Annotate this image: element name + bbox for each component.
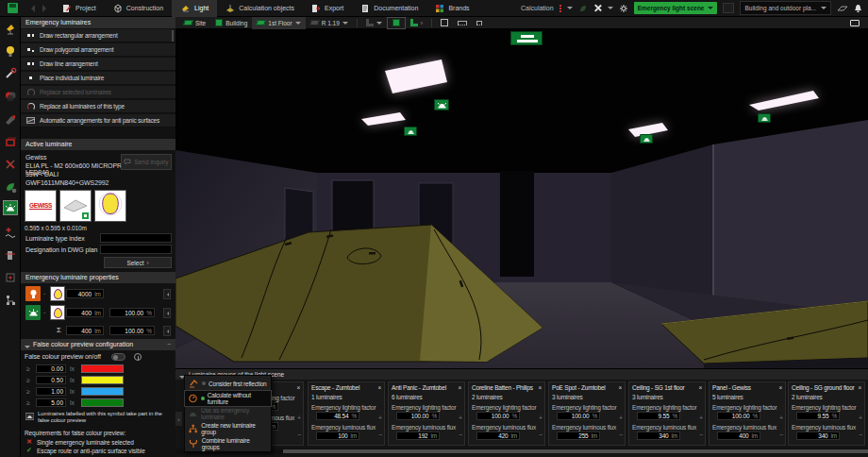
send-inquiry-button[interactable]: Send inquiry <box>121 154 172 170</box>
false-colour-toggle[interactable] <box>111 353 125 361</box>
close-group-button[interactable]: × <box>618 384 622 391</box>
tools-scrollbar[interactable] <box>172 30 174 42</box>
luminaire-badge[interactable] <box>640 134 653 144</box>
tool-draw-line[interactable]: Draw line arrangement <box>21 58 175 71</box>
info-icon[interactable] <box>134 353 142 361</box>
panel-collapse-button[interactable]: ‹ <box>175 412 182 426</box>
cancel-dropdown-caret[interactable] <box>608 7 613 12</box>
tools-icon[interactable] <box>3 157 18 172</box>
mains-row-stepper[interactable] <box>163 289 171 299</box>
factor-input[interactable]: 100.00% <box>717 412 760 420</box>
flux-input[interactable]: 400lm <box>717 432 760 440</box>
group-card[interactable]: PoE Spot - Zumtobel× 3 luminaires Emerge… <box>548 381 626 446</box>
factor-input[interactable]: 9.55% <box>637 412 680 420</box>
solid-view-button[interactable] <box>387 17 406 29</box>
surface-icon[interactable] <box>837 5 848 12</box>
replace-arrangement-icon[interactable] <box>3 225 18 240</box>
focus-frame-button[interactable] <box>436 17 453 29</box>
flux-decrease-button[interactable]: − <box>699 432 703 438</box>
flux-input[interactable]: 255lm <box>557 432 600 440</box>
flux-increase-button[interactable]: + <box>459 415 462 421</box>
energy-leaf-icon[interactable] <box>3 179 18 195</box>
type-index-input[interactable] <box>100 233 172 243</box>
flux-increase-button[interactable]: + <box>619 415 623 421</box>
flux-input[interactable]: 192lm <box>396 432 440 440</box>
close-group-button[interactable]: × <box>538 384 542 391</box>
factor-input[interactable]: 9.55% <box>796 412 840 420</box>
threshold-input-3[interactable]: 5.00 <box>36 398 66 407</box>
emergency-polar-thumbnail[interactable] <box>50 305 65 320</box>
close-group-button[interactable]: × <box>778 384 782 391</box>
mode-selector[interactable]: Building and outdoor pla... <box>740 1 831 15</box>
group-card[interactable]: Ceiling - SG ground floor× 2 luminaires … <box>788 381 865 446</box>
display-button[interactable] <box>845 17 864 29</box>
flux-input[interactable]: 340lm <box>796 432 840 440</box>
tool-draw-rectangular[interactable]: Draw rectangular arrangement <box>21 29 175 42</box>
3d-viewport[interactable] <box>175 29 868 368</box>
calc-frame-icon[interactable] <box>3 270 18 285</box>
luminaire-badge[interactable] <box>758 113 771 123</box>
threshold-input-0[interactable]: 0.00 <box>36 364 66 373</box>
sum-flux-input[interactable]: 400lm <box>66 326 104 335</box>
tab-construction[interactable]: Construction <box>105 0 172 17</box>
luminaire-logo-thumbnail[interactable]: GEWISS <box>25 190 57 222</box>
sum-factor-input[interactable]: 100.00% <box>109 326 155 335</box>
flux-input[interactable]: 340lm <box>637 432 680 440</box>
flux-increase-button[interactable]: + <box>297 415 301 421</box>
measure-button[interactable] <box>453 17 472 29</box>
flux-input[interactable]: 100lm <box>316 432 359 440</box>
mains-polar-thumbnail[interactable] <box>50 286 65 301</box>
cancel-calculation-icon[interactable] <box>593 4 602 12</box>
factor-input[interactable]: 100.00% <box>476 412 520 420</box>
threshold-input-1[interactable]: 0.50 <box>36 376 66 384</box>
undo-icon[interactable] <box>27 5 35 12</box>
bulb-icon[interactable] <box>3 43 18 59</box>
projector-icon[interactable] <box>3 111 18 127</box>
room-selector[interactable]: R 1.19 <box>306 17 353 29</box>
exit-sign[interactable] <box>510 31 542 45</box>
close-group-button[interactable]: × <box>377 384 381 391</box>
flux-increase-button[interactable]: + <box>859 415 862 421</box>
mains-flux-input[interactable]: 4000lm <box>66 289 104 298</box>
flux-decrease-button[interactable]: − <box>378 432 382 438</box>
menu-create-new-luminaire-group[interactable]: Create new luminaire group <box>185 421 271 436</box>
sum-row-stepper[interactable] <box>163 326 171 336</box>
desk-lamp-icon[interactable] <box>3 21 18 36</box>
tool-auto-anti-panic[interactable]: Automatic arrangements for anti panic su… <box>21 114 175 127</box>
column-icon[interactable] <box>3 247 18 262</box>
select-luminaire-button[interactable]: Select › <box>104 257 172 268</box>
flux-increase-button[interactable]: + <box>378 415 382 421</box>
tab-project[interactable]: Project <box>54 0 105 17</box>
groups-panel-header[interactable]: Luminaire groups of the light scene <box>175 369 868 380</box>
emergency-luminaires-icon[interactable] <box>3 200 18 215</box>
notifications-bell-icon[interactable] <box>854 4 862 13</box>
save-icon[interactable] <box>8 3 18 13</box>
menu-calculate-without-furniture[interactable]: Calculate without furniture <box>185 391 271 406</box>
factor-input[interactable]: 100.00% <box>396 412 440 420</box>
close-group-button[interactable]: × <box>458 384 461 391</box>
floor-selector[interactable]: 1st Floor <box>252 17 305 29</box>
flux-increase-button[interactable]: + <box>699 415 703 421</box>
tab-light[interactable]: Light <box>172 0 217 17</box>
corner-view-button[interactable]: › <box>406 17 427 29</box>
flux-decrease-button[interactable]: − <box>459 432 462 438</box>
close-group-button[interactable]: × <box>698 384 702 391</box>
group-card[interactable]: Ceiling - SG 1st floor× 3 luminaires Eme… <box>628 381 706 446</box>
flux-input[interactable]: 420lm <box>476 432 520 440</box>
building-button[interactable]: Building <box>210 17 252 29</box>
luminaire-badge[interactable] <box>404 127 417 136</box>
close-group-button[interactable]: × <box>296 384 300 391</box>
flux-increase-button[interactable]: + <box>539 415 542 421</box>
tool-replace-all[interactable]: Replace all luminaires of this type <box>21 100 175 113</box>
dwg-input[interactable] <box>100 245 172 254</box>
colour-filter-icon[interactable] <box>3 89 18 104</box>
dimension-button[interactable] <box>472 17 487 29</box>
flux-decrease-button[interactable]: − <box>779 432 783 438</box>
site-button[interactable]: Site <box>179 17 210 29</box>
collapse-section-button[interactable]: − <box>167 339 171 350</box>
group-card[interactable]: Escape - Zumtobel× 1 luminaires Emergenc… <box>308 381 385 446</box>
tab-export[interactable]: Export <box>303 0 352 17</box>
mains-bulb-icon[interactable] <box>25 286 41 301</box>
luminaire-photo-thumbnail[interactable] <box>59 190 92 222</box>
menu-consider-first-reflection[interactable]: Consider first reflection <box>185 376 271 391</box>
